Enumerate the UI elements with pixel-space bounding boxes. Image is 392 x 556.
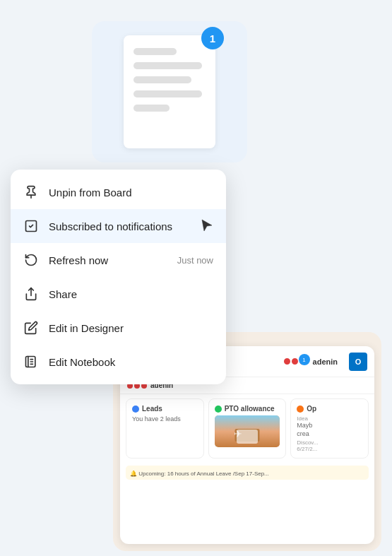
logo-badge: 1 xyxy=(299,354,310,365)
doc-line-4 xyxy=(133,90,202,97)
share-label: Share xyxy=(49,288,213,300)
document-preview-card: 1 xyxy=(92,21,247,162)
menu-item-share[interactable]: Share xyxy=(11,277,226,311)
share-icon xyxy=(23,286,39,302)
badge-count: 1 xyxy=(210,32,215,45)
pin-icon xyxy=(23,184,39,200)
outlook-icon: O xyxy=(349,353,367,371)
leads-card: Leads You have 2 leads xyxy=(126,398,204,459)
adenin-name: adenin xyxy=(313,357,338,366)
pto-card-header: PTO allowance xyxy=(215,405,280,413)
notebook-icon xyxy=(23,354,39,369)
leads-dot xyxy=(132,406,139,413)
menu-item-refresh[interactable]: Refresh now Just now xyxy=(11,243,226,277)
upcoming-text: 🔔 Upcoming: 16 hours of Annual Leave /Se… xyxy=(130,471,364,477)
pto-dot xyxy=(215,406,222,413)
logo-circle-1 xyxy=(284,358,290,365)
notification-badge: 1 xyxy=(201,27,224,49)
edit-designer-label: Edit in Designer xyxy=(49,322,213,334)
pto-title: PTO allowance xyxy=(225,405,275,413)
op-card-header: Op xyxy=(297,405,362,413)
pto-image: ✈ xyxy=(215,415,280,447)
refresh-icon xyxy=(23,252,39,268)
leads-title: Leads xyxy=(142,405,162,413)
unpin-label: Unpin from Board xyxy=(49,187,213,199)
leads-body: You have 2 leads xyxy=(132,415,198,424)
edit-icon xyxy=(23,320,39,336)
context-menu: Unpin from Board Subscribed to notificat… xyxy=(11,170,226,384)
menu-item-edit-designer[interactable]: Edit in Designer xyxy=(11,311,226,345)
op-title: Op xyxy=(307,405,316,413)
menu-item-subscribe[interactable]: Subscribed to notifications xyxy=(11,209,226,243)
upcoming-card: 🔔 Upcoming: 16 hours of Annual Leave /Se… xyxy=(126,466,369,480)
checkbox-icon xyxy=(23,218,39,234)
adenin-topbar-logo: 1 adenin xyxy=(284,357,338,366)
doc-line-5 xyxy=(133,105,170,112)
menu-item-unpin[interactable]: Unpin from Board xyxy=(11,175,226,209)
op-card: Op Idea Maybcrea Discov...6/27/2... xyxy=(290,398,369,459)
leads-card-header: Leads xyxy=(132,405,198,413)
document-preview: 1 xyxy=(124,35,215,148)
edit-notebook-label: Edit Notebook xyxy=(49,356,213,368)
doc-line-1 xyxy=(133,48,177,55)
doc-line-3 xyxy=(133,76,191,83)
app-cards-area: Leads You have 2 leads PTO allowance ✈ xyxy=(120,394,374,463)
pto-card: PTO allowance ✈ xyxy=(208,398,287,459)
menu-item-edit-notebook[interactable]: Edit Notebook xyxy=(11,345,226,379)
refresh-label: Refresh now xyxy=(49,254,167,266)
op-body: Maybcrea xyxy=(297,422,362,438)
doc-line-2 xyxy=(133,62,202,69)
op-discover: Discov...6/27/2... xyxy=(297,439,362,452)
refresh-time: Just now xyxy=(177,255,213,266)
op-tag: Idea xyxy=(297,415,362,422)
op-dot xyxy=(297,406,304,413)
logo-circle-2 xyxy=(292,358,298,365)
cursor-icon xyxy=(201,218,213,234)
upcoming-section: 🔔 Upcoming: 16 hours of Annual Leave /Se… xyxy=(120,463,374,483)
subscribe-label: Subscribed to notifications xyxy=(49,220,188,232)
